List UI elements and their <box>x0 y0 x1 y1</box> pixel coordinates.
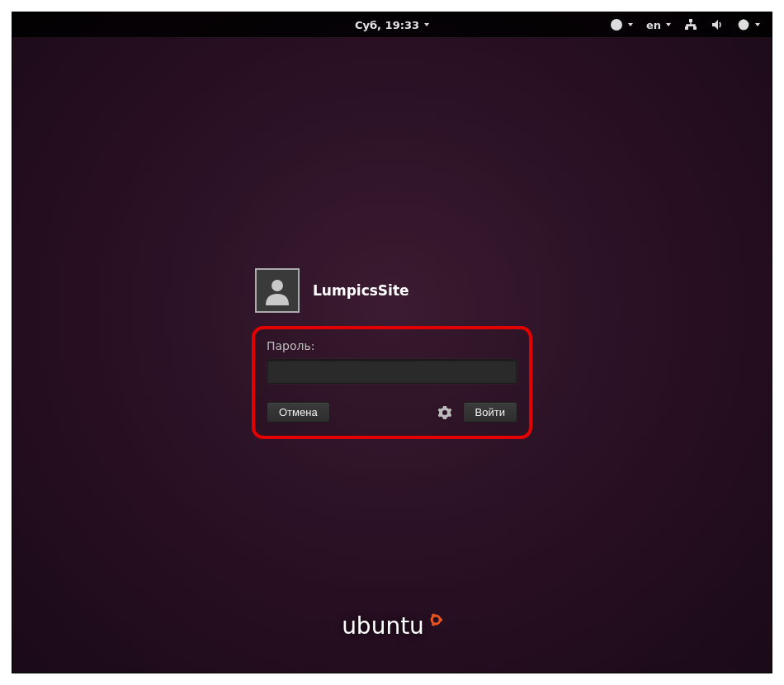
svg-point-7 <box>272 280 283 291</box>
svg-point-10 <box>432 613 435 616</box>
language-indicator-label: en <box>646 19 661 31</box>
network-icon <box>684 18 697 31</box>
svg-rect-4 <box>693 26 697 30</box>
password-input[interactable] <box>267 359 517 384</box>
clock[interactable]: Суб, 19:33 <box>355 19 429 31</box>
chevron-down-icon <box>666 23 671 26</box>
login-panel: LumpicsSite Пароль: Отмена Войти <box>252 268 532 439</box>
power-icon <box>737 18 750 31</box>
user-row[interactable]: LumpicsSite <box>252 268 532 313</box>
ubuntu-circle-icon <box>429 613 442 626</box>
input-source-menu[interactable]: en <box>646 19 671 31</box>
chevron-down-icon <box>755 23 760 26</box>
chevron-down-icon <box>424 23 429 26</box>
password-label: Пароль: <box>267 339 517 352</box>
power-menu[interactable] <box>737 18 760 31</box>
ubuntu-logo: ubuntu <box>342 612 442 640</box>
annotation-highlight: Пароль: Отмена Войти <box>252 326 532 439</box>
svg-rect-3 <box>685 26 688 30</box>
svg-rect-6 <box>743 20 744 25</box>
svg-point-1 <box>616 21 618 23</box>
svg-rect-2 <box>689 19 692 22</box>
network-indicator[interactable] <box>684 18 697 31</box>
cancel-button[interactable]: Отмена <box>267 402 330 423</box>
username-label: LumpicsSite <box>313 282 409 299</box>
svg-point-11 <box>432 622 435 626</box>
signin-button[interactable]: Войти <box>463 402 517 423</box>
accessibility-icon <box>610 18 623 31</box>
volume-icon <box>711 18 724 31</box>
avatar <box>255 268 300 313</box>
svg-point-8 <box>432 616 440 624</box>
gear-icon <box>438 406 451 419</box>
volume-indicator[interactable] <box>711 18 724 31</box>
chevron-down-icon <box>628 23 633 26</box>
datetime-label: Суб, 19:33 <box>355 19 419 31</box>
svg-point-9 <box>439 618 442 621</box>
session-options-button[interactable] <box>435 403 455 423</box>
login-screen: Суб, 19:33 en <box>12 12 772 673</box>
accessibility-menu[interactable] <box>610 18 633 31</box>
user-icon <box>262 276 292 305</box>
top-bar: Суб, 19:33 en <box>12 12 772 37</box>
product-name-label: ubuntu <box>342 612 424 640</box>
